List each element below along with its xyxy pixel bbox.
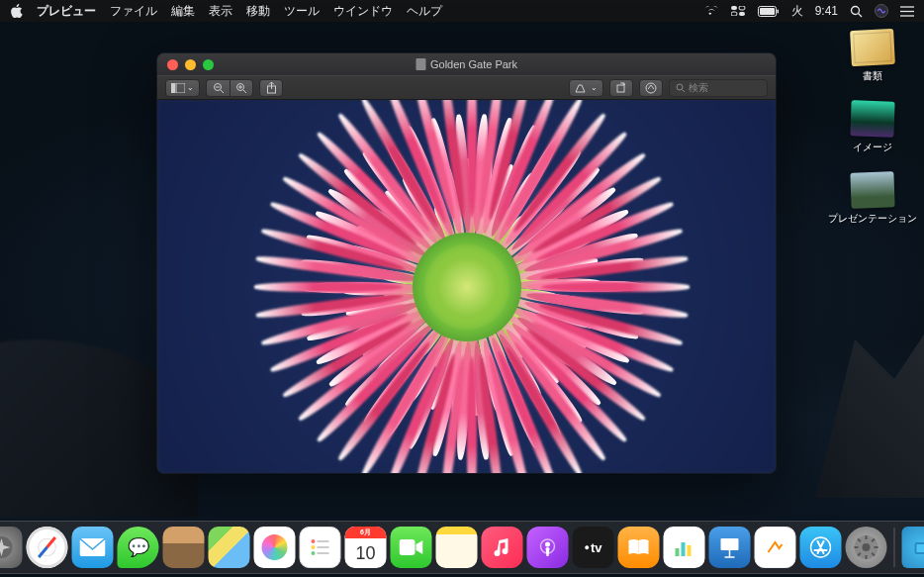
dock-messages[interactable]: 💬 <box>118 527 159 568</box>
control-center-icon[interactable] <box>731 6 746 16</box>
svg-point-26 <box>677 84 683 90</box>
svg-rect-40 <box>676 548 680 556</box>
dock-reminders[interactable] <box>300 527 341 568</box>
document-proxy-icon[interactable] <box>416 58 425 70</box>
dock-tv[interactable]: ●tv <box>573 527 614 568</box>
svg-rect-13 <box>171 83 175 93</box>
notification-center-icon[interactable] <box>900 6 914 17</box>
highlight-button[interactable]: ⌄ <box>569 79 603 97</box>
calendar-day-label: 10 <box>345 538 387 568</box>
svg-rect-5 <box>760 8 775 15</box>
rotate-button[interactable] <box>609 79 633 97</box>
search-placeholder: 検索 <box>689 81 708 95</box>
dock-facetime[interactable] <box>391 527 432 568</box>
zoom-out-button[interactable] <box>206 79 230 97</box>
desktop-icon-label: イメージ <box>853 141 892 154</box>
presentations-thumbnail-icon <box>850 171 894 209</box>
dock-maps[interactable] <box>209 527 250 568</box>
dock-appstore[interactable] <box>800 527 842 568</box>
dock-separator <box>894 528 895 567</box>
window-minimize-button[interactable] <box>185 59 196 70</box>
svg-point-38 <box>545 542 550 547</box>
svg-rect-14 <box>176 83 185 93</box>
svg-point-32 <box>312 545 316 549</box>
search-field[interactable]: 検索 <box>669 79 768 97</box>
menu-day[interactable]: 火 <box>791 3 803 20</box>
window-titlebar[interactable]: Golden Gate Park <box>157 53 776 75</box>
dock-music[interactable] <box>482 527 523 568</box>
dock-photos[interactable] <box>254 527 296 568</box>
svg-line-21 <box>243 90 246 93</box>
images-thumbnail-icon <box>850 100 894 138</box>
dock-numbers[interactable] <box>664 527 705 568</box>
desktop-icons-area: 書類 イメージ プレゼンテーション <box>833 30 912 226</box>
desktop-icon-label: プレゼンテーション <box>828 212 917 226</box>
window-close-button[interactable] <box>167 59 178 70</box>
dock-books[interactable] <box>618 527 660 568</box>
svg-rect-59 <box>917 544 925 552</box>
dock-system-preferences[interactable] <box>846 527 887 568</box>
siri-icon[interactable] <box>875 4 888 18</box>
menu-clock[interactable]: 9:41 <box>815 4 838 18</box>
svg-line-17 <box>221 90 224 93</box>
share-button[interactable] <box>259 79 283 97</box>
svg-rect-1 <box>739 6 745 10</box>
window-toolbar: ⌄ ⌄ 検索 <box>157 75 776 100</box>
svg-rect-42 <box>688 545 692 556</box>
desktop-icon-label: 書類 <box>863 69 882 83</box>
menu-file[interactable]: ファイル <box>110 3 157 20</box>
preview-window: Golden Gate Park ⌄ ⌄ <box>157 53 776 473</box>
svg-rect-2 <box>731 12 737 16</box>
svg-marker-37 <box>416 540 423 554</box>
apple-menu-icon[interactable] <box>10 4 23 18</box>
svg-point-30 <box>312 539 316 543</box>
menu-go[interactable]: 移動 <box>246 3 270 20</box>
dock-calendar[interactable]: 6月 10 <box>345 527 387 568</box>
svg-rect-46 <box>766 534 785 560</box>
spotlight-icon[interactable] <box>850 5 863 18</box>
menu-help[interactable]: ヘルプ <box>407 3 442 20</box>
dock-mail[interactable] <box>72 527 114 568</box>
calendar-month-label: 6月 <box>345 527 387 538</box>
svg-point-49 <box>863 543 871 551</box>
svg-point-34 <box>312 551 316 555</box>
wifi-icon[interactable] <box>703 6 719 17</box>
battery-icon[interactable] <box>758 6 780 17</box>
sidebar-view-button[interactable]: ⌄ <box>165 79 200 97</box>
image-viewport[interactable] <box>157 100 776 473</box>
dock-notes[interactable] <box>436 527 478 568</box>
svg-rect-6 <box>777 9 779 13</box>
menu-window[interactable]: ウインドウ <box>333 3 393 20</box>
documents-thumbnail-icon <box>850 29 895 66</box>
dock-pages[interactable] <box>755 527 796 568</box>
flower-image <box>230 100 704 473</box>
dock-launchpad[interactable] <box>0 527 23 568</box>
svg-rect-3 <box>739 12 745 16</box>
app-name-menu[interactable]: プレビュー <box>37 3 96 20</box>
window-title: Golden Gate Park <box>416 58 517 70</box>
menu-bar: プレビュー ファイル 編集 表示 移動 ツール ウインドウ ヘルプ 火 9:41 <box>0 0 924 22</box>
svg-line-27 <box>683 90 686 93</box>
dock-podcasts[interactable] <box>527 527 569 568</box>
dock-safari[interactable] <box>27 527 68 568</box>
desktop-folder-images[interactable]: イメージ <box>833 101 912 154</box>
menu-edit[interactable]: 編集 <box>171 3 195 20</box>
svg-rect-0 <box>731 6 737 10</box>
desktop-folder-documents[interactable]: 書類 <box>833 30 912 83</box>
dock: 💬 6月 10 ●tv <box>0 521 924 574</box>
svg-point-7 <box>852 6 860 14</box>
svg-rect-36 <box>400 539 416 555</box>
window-zoom-button[interactable] <box>203 59 214 70</box>
dock-contacts[interactable] <box>163 527 205 568</box>
markup-button[interactable] <box>639 79 663 97</box>
svg-rect-41 <box>682 542 686 556</box>
dock-downloads[interactable] <box>902 527 925 568</box>
zoom-in-button[interactable] <box>230 79 253 97</box>
svg-rect-24 <box>617 85 624 92</box>
desktop-folder-presentations[interactable]: プレゼンテーション <box>833 172 912 226</box>
menu-view[interactable]: 表示 <box>209 3 232 20</box>
menu-tools[interactable]: ツール <box>284 3 320 20</box>
svg-rect-43 <box>721 538 739 550</box>
svg-line-8 <box>859 13 863 17</box>
dock-keynote[interactable] <box>709 527 751 568</box>
